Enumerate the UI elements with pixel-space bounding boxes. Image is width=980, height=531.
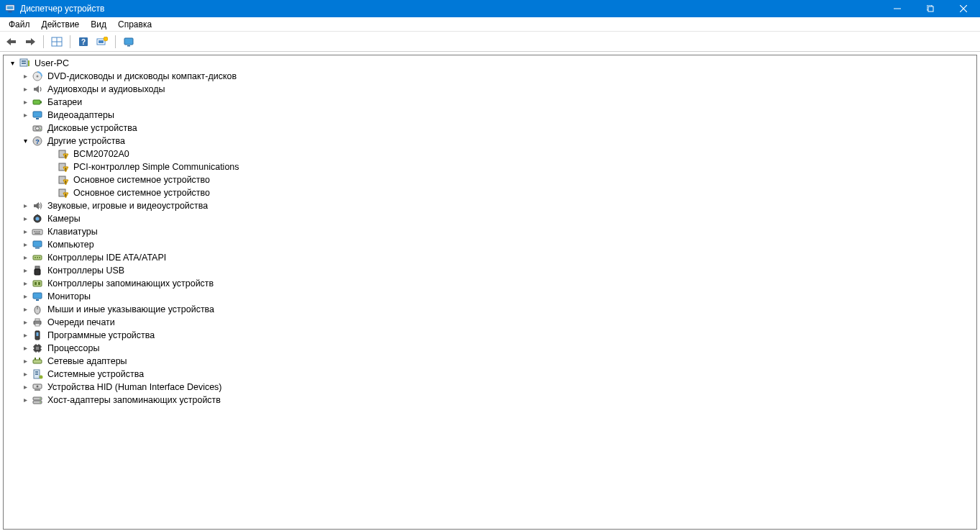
tree-device-warning[interactable]: !Основное системное устройство [6, 173, 976, 186]
expand-icon[interactable] [19, 342, 31, 355]
tree-category[interactable]: Устройства HID (Human Interface Devices) [6, 381, 976, 394]
tree-item-label: Мониторы [46, 290, 92, 303]
svg-rect-19 [127, 45, 130, 47]
svg-rect-8 [11, 40, 16, 43]
tree-category[interactable]: Дисковые устройства [6, 122, 976, 135]
svg-rect-27 [40, 101, 42, 104]
expand-icon[interactable] [19, 96, 31, 109]
tree-category[interactable]: Видеоадаптеры [6, 109, 976, 122]
tree-category[interactable]: Сетевые адаптеры [6, 355, 976, 368]
collapse-icon[interactable] [19, 135, 31, 148]
device-tree[interactable]: User-PCDVD-дисководы и дисководы компакт… [4, 55, 976, 408]
close-button[interactable] [947, 0, 980, 17]
tree-category[interactable]: Процессоры [6, 342, 976, 355]
menu-help[interactable]: Справка [112, 18, 157, 31]
svg-rect-21 [22, 60, 26, 62]
tree-device-warning[interactable]: !PCI-контроллер Simple Communications [6, 160, 976, 173]
expand-icon[interactable] [19, 303, 31, 316]
tree-category[interactable]: Батареи [6, 96, 976, 109]
show-hide-console-button[interactable] [48, 34, 65, 50]
svg-rect-52 [33, 241, 42, 247]
svg-rect-63 [33, 293, 42, 299]
tree-category[interactable]: DVD-дисководы и дисководы компакт-дисков [6, 70, 976, 83]
forward-button[interactable] [22, 34, 39, 50]
tree-item-label: Мыши и иные указывающие устройства [46, 303, 216, 316]
minimize-button[interactable] [881, 0, 914, 17]
expand-icon[interactable] [19, 355, 31, 368]
camera-icon [32, 213, 43, 224]
svg-rect-29 [36, 118, 39, 119]
expand-icon[interactable] [19, 251, 31, 264]
svg-rect-16 [99, 40, 104, 43]
properties-button[interactable] [120, 34, 137, 50]
tree-item-label: Основное системное устройство [72, 186, 211, 199]
expand-icon[interactable] [19, 70, 31, 83]
tree-device-warning[interactable]: !Основное системное устройство [6, 186, 976, 199]
tree-item-label: Контроллеры USB [46, 264, 126, 277]
expand-icon[interactable] [19, 316, 31, 329]
svg-point-91 [37, 386, 39, 388]
expand-icon[interactable] [19, 394, 31, 407]
svg-rect-71 [37, 332, 39, 336]
tree-category[interactable]: Хост-адаптеры запоминающих устройств [6, 394, 976, 407]
tree-category[interactable]: Мониторы [6, 290, 976, 303]
maximize-button[interactable] [914, 0, 947, 17]
expand-icon[interactable] [19, 199, 31, 212]
tree-category[interactable]: Звуковые, игровые и видеоустройства [6, 199, 976, 212]
tree-category[interactable]: Аудиовходы и аудиовыходы [6, 83, 976, 96]
svg-text:?: ? [81, 38, 86, 46]
help-button[interactable]: ? [75, 34, 92, 50]
expand-icon[interactable] [19, 225, 31, 238]
scan-hardware-button[interactable] [93, 34, 111, 50]
expand-icon[interactable] [19, 264, 31, 277]
expand-icon[interactable] [19, 109, 31, 122]
expand-icon[interactable] [19, 212, 31, 225]
expand-icon[interactable] [19, 329, 31, 342]
tree-category[interactable]: Камеры [6, 212, 976, 225]
tree-category[interactable]: Компьютер [6, 238, 976, 251]
tree-category[interactable]: Контроллеры IDE ATA/ATAPI [6, 251, 976, 264]
svg-rect-45 [37, 214, 38, 216]
tree-item-label: Батареи [46, 96, 83, 109]
svg-rect-5 [928, 6, 933, 12]
svg-point-44 [36, 217, 40, 221]
tree-device-warning[interactable]: !BCM20702A0 [6, 148, 976, 160]
collapse-icon[interactable] [6, 57, 18, 70]
tree-category[interactable]: Контроллеры USB [6, 264, 976, 277]
svg-rect-82 [33, 360, 42, 363]
expand-icon[interactable] [19, 290, 31, 303]
svg-rect-2 [7, 6, 14, 9]
expand-icon[interactable] [19, 277, 31, 290]
tree-item-label: Основное системное устройство [72, 173, 211, 186]
warn-icon: ! [58, 161, 69, 173]
menubar: Файл Действие Вид Справка [0, 17, 980, 32]
warn-icon: ! [58, 187, 69, 199]
svg-rect-83 [35, 358, 36, 360]
menu-view[interactable]: Вид [85, 18, 112, 31]
tree-category[interactable]: Мыши и иные указывающие устройства [6, 303, 976, 316]
expand-icon[interactable] [19, 381, 31, 394]
tree-category[interactable]: Контроллеры запоминающих устройств [6, 277, 976, 290]
tree-category[interactable]: Программные устройства [6, 329, 976, 342]
svg-rect-64 [36, 299, 39, 301]
tree-category[interactable]: Очереди печати [6, 316, 976, 329]
tree-item-label: Клавиатуры [46, 225, 99, 238]
tree-category[interactable]: Клавиатуры [6, 225, 976, 238]
expand-icon[interactable] [19, 368, 31, 381]
svg-rect-51 [35, 233, 40, 234]
ide-icon [32, 252, 43, 263]
tree-item-label: Видеоадаптеры [46, 109, 116, 122]
svg-text:!: ! [65, 154, 67, 158]
menu-file[interactable]: Файл [3, 18, 36, 31]
expand-icon[interactable] [19, 83, 31, 96]
menu-action[interactable]: Действие [36, 18, 86, 31]
tree-root[interactable]: User-PC [6, 57, 976, 70]
storage-ctrl-icon [32, 278, 43, 289]
back-button[interactable] [3, 34, 20, 50]
tree-category[interactable]: Системные устройства [6, 368, 976, 381]
expand-icon[interactable] [19, 238, 31, 251]
tree-category[interactable]: ?Другие устройства [6, 135, 976, 148]
tree-item-label: Программные устройства [46, 329, 156, 342]
tree-item-label: Дисковые устройства [46, 122, 139, 135]
toolbar-separator [43, 35, 44, 48]
